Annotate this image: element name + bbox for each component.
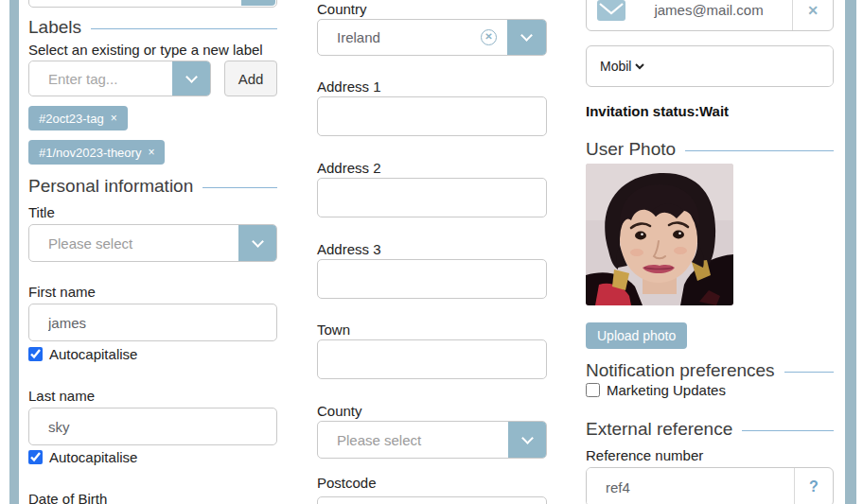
phone-number-input[interactable] (647, 46, 834, 86)
email-icon (597, 0, 625, 21)
user-photo-title: User Photo (586, 139, 676, 160)
upload-photo-button[interactable]: Upload photo (586, 322, 687, 349)
town-field-wrap (317, 339, 547, 379)
tag-chip[interactable]: #2oct23-tag × (28, 106, 128, 130)
town-input[interactable] (317, 339, 547, 379)
country-select[interactable]: Ireland ✕ (317, 19, 547, 56)
personal-info-title: Personal information (28, 176, 193, 197)
town-label: Town (317, 322, 547, 338)
address2-field-wrap (317, 178, 547, 217)
country-label: Country (317, 1, 547, 17)
heading-rule (784, 372, 834, 373)
first-name-field-wrap (28, 304, 277, 341)
first-name-input[interactable] (28, 304, 277, 341)
postcode-input[interactable] (317, 496, 547, 504)
dob-label: Date of Birth (28, 491, 277, 504)
autocapitalise-checkbox[interactable] (28, 347, 43, 361)
personal-column: Labels Select an existing or type a new … (28, 0, 277, 504)
last-name-label: Last name (28, 388, 277, 404)
left-scrollbar[interactable] (9, 0, 19, 504)
notification-heading: Notification preferences (586, 360, 834, 381)
county-label: County (317, 403, 547, 419)
invitation-status: Invitation status:Wait (586, 103, 834, 119)
chevron-down-icon[interactable] (508, 422, 546, 458)
contact-edit-form: Labels Select an existing or type a new … (0, 0, 863, 504)
tag-chip-label: #1/nov2023-theory (39, 146, 141, 160)
contact-column: james@mail.com ✕ Mobil Add Invitation st… (586, 0, 834, 504)
postcode-label: Postcode (317, 475, 547, 491)
email-value: james@mail.com (625, 2, 792, 18)
chevron-down-icon[interactable] (172, 61, 210, 96)
clear-country-icon[interactable]: ✕ (481, 29, 497, 45)
marketing-updates-label: Marketing Updates (607, 382, 726, 398)
autocapitalise-label: Autocapitalise (49, 346, 137, 362)
phone-type-select[interactable]: Mobil (596, 46, 647, 86)
last-name-autocapitalise[interactable]: Autocapitalise (28, 449, 277, 465)
country-value: Ireland (318, 29, 481, 45)
add-tag-button[interactable]: Add (224, 61, 277, 96)
address-column: Country Ireland ✕ Address 1 Address 2 Ad… (317, 0, 547, 504)
user-photo (586, 164, 733, 305)
phone-row: Mobil Add (586, 45, 834, 87)
autocapitalise-checkbox[interactable] (28, 450, 43, 464)
personal-info-heading: Personal information (28, 176, 277, 197)
chevron-down-icon[interactable] (238, 225, 276, 261)
notification-title: Notification preferences (586, 360, 775, 381)
chevron-down-icon[interactable] (241, 0, 275, 6)
remove-tag-icon[interactable]: × (111, 112, 117, 125)
email-row: james@mail.com ✕ (586, 0, 834, 31)
title-label: Title (28, 204, 277, 220)
portrait-image (586, 164, 733, 305)
user-photo-heading: User Photo (586, 139, 834, 160)
labels-title: Labels (28, 17, 81, 38)
external-reference-title: External reference (586, 419, 732, 440)
tag-chip[interactable]: #1/nov2023-theory × (28, 140, 165, 165)
county-select[interactable]: Please select (317, 421, 547, 459)
right-scrollbar[interactable] (845, 0, 856, 504)
title-select[interactable]: Please select (28, 224, 277, 262)
address3-field-wrap (317, 259, 547, 299)
heading-rule (203, 187, 277, 188)
heading-rule (91, 28, 277, 29)
first-name-autocapitalise[interactable]: Autocapitalise (28, 346, 277, 362)
heading-rule (685, 150, 834, 151)
address1-label: Address 1 (317, 78, 547, 95)
tag-combobox[interactable] (28, 61, 211, 96)
labels-section-heading: Labels (28, 17, 277, 38)
address1-input[interactable] (317, 96, 547, 136)
tag-chip-label: #2oct23-tag (39, 112, 104, 126)
last-name-field-wrap (28, 408, 277, 445)
reference-number-label: Reference number (586, 447, 834, 463)
address2-label: Address 2 (317, 160, 547, 176)
address2-input[interactable] (317, 178, 547, 217)
postcode-field-wrap (317, 496, 547, 504)
address1-field-wrap (317, 96, 547, 136)
chevron-down-icon[interactable] (507, 20, 546, 55)
remove-email-icon[interactable]: ✕ (807, 3, 819, 18)
address3-label: Address 3 (317, 241, 547, 257)
last-name-input[interactable] (28, 408, 277, 445)
marketing-updates-option[interactable]: Marketing Updates (586, 382, 834, 398)
reference-help-segment[interactable]: ? (794, 468, 833, 504)
cropped-top-select[interactable] (28, 0, 277, 8)
reference-number-input[interactable] (587, 468, 794, 504)
remove-email-segment[interactable]: ✕ (792, 0, 833, 30)
heading-rule (742, 430, 834, 431)
address3-input[interactable] (317, 259, 547, 299)
help-icon[interactable]: ? (809, 478, 819, 495)
tag-entry-row: Add (28, 61, 277, 96)
autocapitalise-label: Autocapitalise (49, 449, 137, 465)
labels-subtitle: Select an existing or type a new label (28, 42, 277, 58)
reference-number-row: ? (586, 467, 834, 504)
external-reference-heading: External reference (586, 419, 834, 440)
marketing-updates-checkbox[interactable] (586, 383, 600, 397)
remove-tag-icon[interactable]: × (148, 146, 154, 159)
first-name-label: First name (28, 284, 277, 300)
